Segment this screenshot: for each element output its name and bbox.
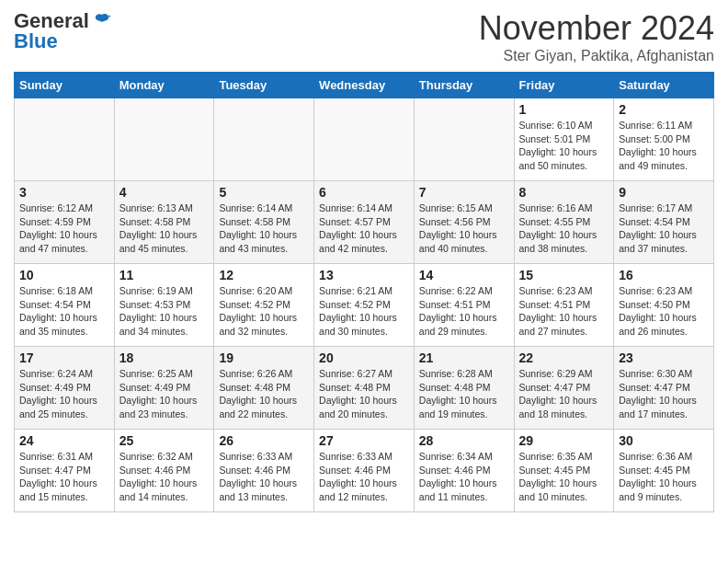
col-friday: Friday <box>514 73 614 98</box>
day-number: 18 <box>119 350 210 365</box>
day-cell: 21Sunrise: 6:28 AM Sunset: 4:48 PM Dayli… <box>414 347 514 430</box>
day-number: 17 <box>19 350 109 365</box>
day-number: 29 <box>519 433 609 448</box>
day-info: Sunrise: 6:31 AM Sunset: 4:47 PM Dayligh… <box>19 450 109 504</box>
day-number: 21 <box>419 350 509 365</box>
day-cell: 24Sunrise: 6:31 AM Sunset: 4:47 PM Dayli… <box>15 430 115 512</box>
day-info: Sunrise: 6:16 AM Sunset: 4:55 PM Dayligh… <box>519 201 609 256</box>
day-number: 11 <box>119 268 210 282</box>
day-cell: 13Sunrise: 6:21 AM Sunset: 4:52 PM Dayli… <box>314 264 415 347</box>
header-row: SundayMondayTuesdayWednesdayThursdayFrid… <box>15 73 714 98</box>
day-info: Sunrise: 6:12 AM Sunset: 4:59 PM Dayligh… <box>19 201 109 256</box>
day-number: 30 <box>619 433 709 448</box>
day-number: 12 <box>219 268 309 282</box>
day-number: 4 <box>119 185 210 200</box>
day-number: 10 <box>19 268 109 282</box>
col-tuesday: Tuesday <box>214 73 314 98</box>
logo-bird-icon <box>91 11 111 31</box>
day-info: Sunrise: 6:36 AM Sunset: 4:45 PM Dayligh… <box>619 450 709 504</box>
day-number: 2 <box>619 102 709 117</box>
logo: General Blue <box>14 9 111 53</box>
day-number: 28 <box>419 433 509 448</box>
day-info: Sunrise: 6:26 AM Sunset: 4:48 PM Dayligh… <box>219 367 309 421</box>
day-info: Sunrise: 6:14 AM Sunset: 4:57 PM Dayligh… <box>319 201 409 256</box>
day-cell <box>114 98 214 181</box>
day-number: 8 <box>519 185 609 200</box>
day-number: 20 <box>319 350 409 365</box>
day-info: Sunrise: 6:23 AM Sunset: 4:50 PM Dayligh… <box>619 284 709 339</box>
day-info: Sunrise: 6:14 AM Sunset: 4:58 PM Dayligh… <box>219 201 309 256</box>
day-cell: 10Sunrise: 6:18 AM Sunset: 4:54 PM Dayli… <box>15 264 115 347</box>
day-info: Sunrise: 6:15 AM Sunset: 4:56 PM Dayligh… <box>419 201 509 256</box>
day-cell: 26Sunrise: 6:33 AM Sunset: 4:46 PM Dayli… <box>214 430 314 512</box>
col-wednesday: Wednesday <box>314 73 415 98</box>
day-number: 5 <box>219 185 309 200</box>
day-cell: 27Sunrise: 6:33 AM Sunset: 4:46 PM Dayli… <box>314 430 415 512</box>
day-info: Sunrise: 6:23 AM Sunset: 4:51 PM Dayligh… <box>519 284 609 339</box>
day-number: 7 <box>419 185 509 200</box>
week-row-3: 17Sunrise: 6:24 AM Sunset: 4:49 PM Dayli… <box>15 347 714 430</box>
day-number: 15 <box>519 268 609 282</box>
day-cell <box>314 98 415 181</box>
day-cell: 5Sunrise: 6:14 AM Sunset: 4:58 PM Daylig… <box>214 181 314 264</box>
col-monday: Monday <box>114 73 214 98</box>
day-number: 26 <box>219 433 309 448</box>
day-info: Sunrise: 6:27 AM Sunset: 4:48 PM Dayligh… <box>319 367 409 421</box>
subtitle: Ster Giyan, Paktika, Afghanistan <box>479 48 714 64</box>
day-number: 19 <box>219 350 309 365</box>
day-info: Sunrise: 6:28 AM Sunset: 4:48 PM Dayligh… <box>419 367 509 421</box>
day-info: Sunrise: 6:13 AM Sunset: 4:58 PM Dayligh… <box>119 201 210 256</box>
day-info: Sunrise: 6:24 AM Sunset: 4:49 PM Dayligh… <box>19 367 109 421</box>
day-cell: 3Sunrise: 6:12 AM Sunset: 4:59 PM Daylig… <box>15 181 115 264</box>
day-info: Sunrise: 6:25 AM Sunset: 4:49 PM Dayligh… <box>119 367 210 421</box>
day-cell: 9Sunrise: 6:17 AM Sunset: 4:54 PM Daylig… <box>614 181 714 264</box>
day-info: Sunrise: 6:21 AM Sunset: 4:52 PM Dayligh… <box>319 284 409 339</box>
day-number: 3 <box>19 185 109 200</box>
day-cell: 18Sunrise: 6:25 AM Sunset: 4:49 PM Dayli… <box>114 347 214 430</box>
day-cell: 25Sunrise: 6:32 AM Sunset: 4:46 PM Dayli… <box>114 430 214 512</box>
day-cell: 16Sunrise: 6:23 AM Sunset: 4:50 PM Dayli… <box>614 264 714 347</box>
day-info: Sunrise: 6:35 AM Sunset: 4:45 PM Dayligh… <box>519 450 609 504</box>
day-cell: 19Sunrise: 6:26 AM Sunset: 4:48 PM Dayli… <box>214 347 314 430</box>
day-info: Sunrise: 6:29 AM Sunset: 4:47 PM Dayligh… <box>519 367 609 421</box>
day-number: 14 <box>419 268 509 282</box>
day-number: 27 <box>319 433 409 448</box>
day-cell <box>214 98 314 181</box>
logo-blue-text: Blue <box>14 29 58 53</box>
day-info: Sunrise: 6:18 AM Sunset: 4:54 PM Dayligh… <box>19 284 109 339</box>
day-info: Sunrise: 6:30 AM Sunset: 4:47 PM Dayligh… <box>619 367 709 421</box>
day-cell: 12Sunrise: 6:20 AM Sunset: 4:52 PM Dayli… <box>214 264 314 347</box>
day-cell: 23Sunrise: 6:30 AM Sunset: 4:47 PM Dayli… <box>614 347 714 430</box>
week-row-4: 24Sunrise: 6:31 AM Sunset: 4:47 PM Dayli… <box>15 430 714 512</box>
day-cell: 20Sunrise: 6:27 AM Sunset: 4:48 PM Dayli… <box>314 347 415 430</box>
day-info: Sunrise: 6:11 AM Sunset: 5:00 PM Dayligh… <box>619 119 709 173</box>
title-area: November 2024 Ster Giyan, Paktika, Afgha… <box>479 9 714 64</box>
day-info: Sunrise: 6:22 AM Sunset: 4:51 PM Dayligh… <box>419 284 509 339</box>
day-cell: 15Sunrise: 6:23 AM Sunset: 4:51 PM Dayli… <box>514 264 614 347</box>
day-number: 22 <box>519 350 609 365</box>
day-number: 13 <box>319 268 409 282</box>
day-cell: 17Sunrise: 6:24 AM Sunset: 4:49 PM Dayli… <box>15 347 115 430</box>
col-saturday: Saturday <box>614 73 714 98</box>
day-cell: 22Sunrise: 6:29 AM Sunset: 4:47 PM Dayli… <box>514 347 614 430</box>
day-cell: 14Sunrise: 6:22 AM Sunset: 4:51 PM Dayli… <box>414 264 514 347</box>
day-number: 1 <box>519 102 609 117</box>
day-cell: 2Sunrise: 6:11 AM Sunset: 5:00 PM Daylig… <box>614 98 714 181</box>
day-cell: 6Sunrise: 6:14 AM Sunset: 4:57 PM Daylig… <box>314 181 415 264</box>
day-number: 6 <box>319 185 409 200</box>
day-info: Sunrise: 6:34 AM Sunset: 4:46 PM Dayligh… <box>419 450 509 504</box>
day-cell: 29Sunrise: 6:35 AM Sunset: 4:45 PM Dayli… <box>514 430 614 512</box>
day-number: 25 <box>119 433 210 448</box>
day-info: Sunrise: 6:20 AM Sunset: 4:52 PM Dayligh… <box>219 284 309 339</box>
day-info: Sunrise: 6:33 AM Sunset: 4:46 PM Dayligh… <box>319 450 409 504</box>
month-title: November 2024 <box>479 9 714 48</box>
day-cell: 28Sunrise: 6:34 AM Sunset: 4:46 PM Dayli… <box>414 430 514 512</box>
day-number: 23 <box>619 350 709 365</box>
col-sunday: Sunday <box>15 73 115 98</box>
day-number: 9 <box>619 185 709 200</box>
day-number: 16 <box>619 268 709 282</box>
day-cell <box>15 98 115 181</box>
week-row-2: 10Sunrise: 6:18 AM Sunset: 4:54 PM Dayli… <box>15 264 714 347</box>
day-cell: 4Sunrise: 6:13 AM Sunset: 4:58 PM Daylig… <box>114 181 214 264</box>
col-thursday: Thursday <box>414 73 514 98</box>
